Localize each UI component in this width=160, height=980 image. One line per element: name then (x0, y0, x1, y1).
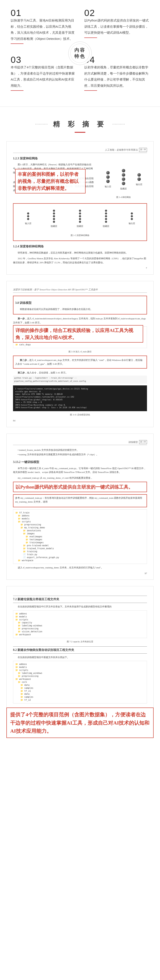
feature-01-text: 以快速学习AI工具、落地AI目标检测应用为目标，结合工程实践经验，以应用AI工具… (11, 18, 76, 42)
page4-tree1: 📁 addons 📁 models 📁 scripts 📁 capacity 📁… (13, 610, 147, 638)
page3-h1: 3.13.2 一键训练模型 (13, 460, 147, 465)
page2-step3: 第三步，输入命令，启动训练，如图 3-41 所示。 (13, 371, 147, 375)
page2-box1: 3.8 训练模型 将数据准备好后就可以开始训练模型了，详细操作步骤会在后面介绍。 (13, 296, 147, 315)
page2-box1-text: 将数据准备好后就可以开始训练模型了，详细操作步骤会在后面介绍。 (15, 307, 145, 311)
badge-line1: 内容 (74, 47, 86, 53)
features-section: 以快速学习AI工具、落地AI目标检测应用为目标，结合工程实践经验，以应用AI工具… (0, 0, 160, 107)
decor-dots-left (35, 124, 48, 124)
book-page-4: 7.2 新建垃圾瓶分类项目工程文件夹 在先前的训练模型项目中打开文件目录如下。文… (6, 586, 154, 710)
page4-p1: 在先前的训练模型项目中打开文件目录如下。文件夹存放用于生成新的模型传统文件整理的 (13, 605, 147, 609)
page1-red-box-diagram: 输入层 隐藏层 隐藏层 隐藏层 输出层 图 1-5 深度神经网络 (13, 203, 147, 241)
page3-header: 训练模型 第 3 章 (13, 440, 147, 445)
page1-h1: 1.2.3 深度神经网络 (13, 156, 147, 161)
page3-tree: 📁 tf_train 📁 addons 📁 models 📁 scripts 📁… (13, 509, 147, 564)
page4-tree2: 📁 addons 📁 models 📁 scripts 📁 labelimg_w… (13, 661, 147, 703)
decor-dots-right (112, 124, 125, 124)
page2-terminal: I tensorflow/core/common_runtime/gpu/gpu… (13, 385, 147, 411)
page2-cmd: python train.py --logtostderr --train_di… (13, 375, 147, 384)
page3-p1: 本节介绍一键训练工具 tf_train 中的 my_command_train.… (13, 466, 147, 474)
page4-h1: 7.2 新建垃圾瓶分类项目工程文件夹 (13, 596, 147, 603)
page2-step1: 第一步，进入 tf_train\models\research\object_d… (13, 317, 147, 325)
page1-num: 7 (13, 266, 147, 270)
page3-num: 97 (13, 571, 147, 576)
feature-01: 以快速学习AI工具、落地AI目标检测应用为目标，结合工程实践经验，以应用AI工具… (6, 8, 80, 56)
section-title-text: 精 彩 摘 要 (49, 120, 111, 128)
page1-p3: 研究发现，神经网络层数越多，层层之间联系越丰富，神经网络的运算能力也越强。深度神… (13, 251, 147, 255)
page4-cap1: 图 7-2 capacity 文件夹的位置 (13, 640, 147, 643)
page2-h1: 3.8 训练模型 (15, 301, 145, 305)
page4-p2: 在先前的训练模型项目中新建文件夹并分类如下。 (13, 655, 147, 659)
feature-03: 本书提供了4个完整的项目范例（含图片数据集），方便读者在边干边学的过程中快速掌握… (6, 56, 80, 102)
page3-callout: 以Python源代码的形式提供自主研发的一键式训练工具。 (13, 482, 147, 492)
page3-p2-wrap: my_command_train.py 从 my_training_demo_v… (13, 476, 147, 480)
page4-h2: 8.2 新建农作物病虫害自动识别项目工程文件夹 (13, 646, 147, 654)
page3-p3-box: 参考 my_command_train.py：首先客询问是自动运行软件训练配置程… (13, 494, 147, 507)
book-page-2: 深度学习目标检测：基于 TensorFlow Object Detection … (6, 281, 154, 427)
section-title-highlights: 精 彩 摘 要 (0, 119, 160, 133)
page1-header: 人工智能：必备数学与常用算法 第 1 章 (13, 148, 147, 153)
feature-04: 以初学者的视角，尽量把所有概念都以非数学的方式解释清楚，每一个操作步骤都会解释为… (80, 56, 154, 102)
content-features-badge: 内容 特色 (68, 41, 92, 65)
page1-cap1: 图 1-4 神经网络 (100, 196, 147, 199)
book-page-1: 人工智能：必备数学与常用算法 第 1 章 1.2.3 深度神经网络 图1-3所示… (6, 141, 154, 275)
page2-header: 深度学习目标检测：基于 TensorFlow Object Detection … (13, 288, 147, 293)
feature-02: 以Python源代码的形式提供自主研发的一键式训练工具，让读者在掌握每一个训练步… (80, 8, 154, 56)
page1-chapter: 第 1 章 (139, 148, 147, 152)
feature-04-text: 以初学者的视角，尽量把所有概念都以非数学的方式解释清楚，每一个操作步骤都会解释为… (84, 64, 149, 89)
page2-callout: 详细的操作步骤，结合工程实践经验，以应用AI工具为视角，深入浅出地介绍AI技术。 (13, 325, 143, 342)
badge-line2: 特色 (74, 53, 86, 59)
page2-num: 84 (13, 418, 147, 423)
book-page-3: 训练模型 第 3 章 trained_frozen_models 文件夹存放冻结… (6, 434, 154, 580)
page3-cap: 进入 tf_train\workspace\my_training_demo 文… (13, 566, 147, 570)
page1-callout: 丰富的案例和图解，以初学者的视角，尽量把所有概念都以非数学的方式解释清楚。 (15, 169, 86, 193)
feature-03-text: 本书提供了4个完整的项目范例（含图片数据集），方便读者在边干边学的过程中快速掌握… (11, 64, 76, 89)
page1-header-text: 人工智能：必备数学与常用算法 (105, 148, 138, 152)
page1-nn-diagram-small: 输入层 隐藏层 输出层 图 1-4 神经网络 (100, 162, 147, 201)
page2-cap2: 图 3-41 启动模型训练 (13, 413, 147, 417)
page3-bullet-2: training 文件夹存放训练并完善配置文件和训练中生成的模型文件（*.ckp… (18, 452, 147, 457)
page3-bullet-1: trained_frozen_models 文件夹存放冻结训练好的模型文件。 (18, 448, 147, 452)
page1-h2: 1.2.4 深度卷积神经网络 (13, 244, 147, 249)
page4-callout: 提供了4个完整的项目范例（含图片数据集），方便读者在边干边学的过程中快速掌握AI… (6, 708, 154, 738)
page1-p4: 2012 年，Geoffrey Hinton 及其学生 Alex Krizhev… (13, 256, 147, 264)
page2-step2-box: 第二步，进入 tf_train\workspace\cats_dogs 文件夹，… (13, 356, 147, 369)
page2-cap1: 图 3-39 加入 tf_train 路径 (13, 350, 147, 353)
page1-cap2: 图 1-5 深度神经网络 (15, 234, 145, 237)
feature-02-text: 以Python源代码的形式提供自主研发的一键式训练工具，让读者在掌握每一个训练步… (84, 18, 149, 36)
